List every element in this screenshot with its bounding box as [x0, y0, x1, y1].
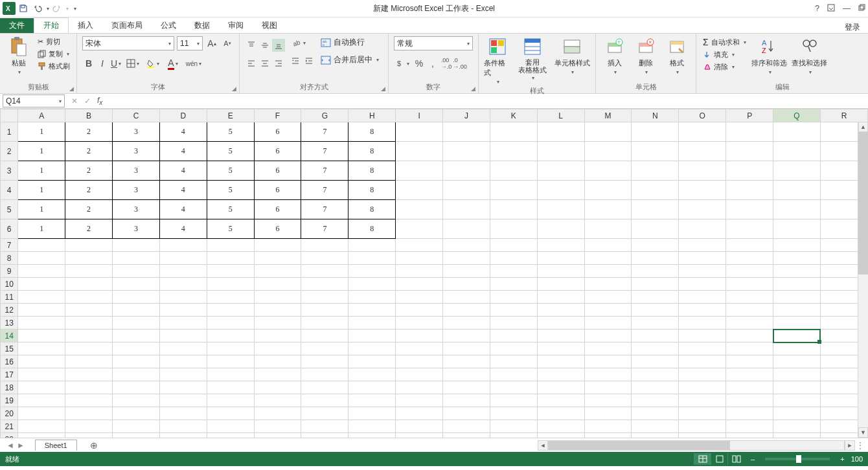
cell-L1[interactable]: [537, 122, 584, 142]
cell-B7[interactable]: [65, 239, 113, 252]
cell-J13[interactable]: [443, 317, 490, 330]
sheet-tab[interactable]: Sheet1: [35, 440, 77, 451]
cell-N17[interactable]: [632, 368, 679, 381]
cell-N14[interactable]: [632, 330, 679, 342]
cell-K4[interactable]: [490, 181, 537, 200]
cell-C5[interactable]: 3: [113, 200, 160, 219]
cell-P5[interactable]: [726, 200, 773, 219]
cell-G21[interactable]: [301, 420, 348, 433]
col-header-N[interactable]: N: [632, 109, 679, 122]
cell-H17[interactable]: [348, 368, 396, 381]
autosum-dropdown-icon[interactable]: ▾: [744, 39, 746, 45]
cell-Q18[interactable]: [773, 381, 821, 394]
cell-M17[interactable]: [584, 368, 632, 381]
cell-I21[interactable]: [396, 420, 443, 433]
cell-E7[interactable]: [207, 239, 254, 252]
cell-M1[interactable]: [584, 122, 632, 142]
cell-G7[interactable]: [301, 239, 348, 252]
col-header-Q[interactable]: Q: [773, 109, 821, 122]
cell-J21[interactable]: [443, 420, 490, 433]
cell-N19[interactable]: [632, 394, 679, 407]
cell-E5[interactable]: 5: [207, 200, 254, 219]
cell-F8[interactable]: [254, 252, 301, 265]
insert-cells-button[interactable]: +插入▾: [601, 36, 628, 75]
cell-I8[interactable]: [396, 252, 443, 265]
col-header-G[interactable]: G: [301, 109, 348, 122]
minimize-icon[interactable]: —: [843, 4, 851, 13]
cell-B21[interactable]: [65, 420, 113, 433]
cell-K12[interactable]: [490, 304, 537, 317]
cell-G20[interactable]: [301, 407, 348, 420]
cell-P16[interactable]: [726, 355, 773, 368]
cell-F13[interactable]: [254, 317, 301, 330]
cell-N22[interactable]: [632, 433, 679, 438]
cell-C15[interactable]: [113, 342, 160, 355]
cell-M4[interactable]: [584, 181, 632, 200]
cell-H14[interactable]: [348, 330, 396, 342]
phonetic-dropdown-icon[interactable]: ▾: [199, 61, 201, 67]
fill-button[interactable]: 填充▾: [702, 49, 748, 60]
cell-D17[interactable]: [159, 368, 207, 381]
cell-K21[interactable]: [490, 420, 537, 433]
cell-Q9[interactable]: [773, 265, 821, 278]
cell-H5[interactable]: 8: [348, 200, 396, 219]
cell-N7[interactable]: [632, 239, 679, 252]
cell-L2[interactable]: [537, 142, 584, 161]
cell-O20[interactable]: [679, 407, 726, 420]
cell-C21[interactable]: [113, 420, 160, 433]
cell-C4[interactable]: 3: [113, 181, 160, 200]
sheet-split-icon[interactable]: ⋮: [856, 441, 864, 450]
cell-L15[interactable]: [537, 342, 584, 355]
tab-home[interactable]: 开始: [34, 17, 69, 33]
vscroll-thumb[interactable]: [858, 132, 868, 274]
cell-B16[interactable]: [65, 355, 113, 368]
cell-P8[interactable]: [726, 252, 773, 265]
cell-K15[interactable]: [490, 342, 537, 355]
cell-F12[interactable]: [254, 304, 301, 317]
decrease-decimal-button[interactable]: .0→.00: [453, 57, 466, 70]
cell-K6[interactable]: [490, 219, 537, 239]
cell-J6[interactable]: [443, 219, 490, 239]
cell-F2[interactable]: 6: [254, 142, 301, 161]
sort-filter-button[interactable]: AZ排序和筛选▾: [751, 36, 788, 75]
cell-J11[interactable]: [443, 291, 490, 304]
cell-C22[interactable]: [113, 433, 160, 438]
cell-P9[interactable]: [726, 265, 773, 278]
cell-K19[interactable]: [490, 394, 537, 407]
cell-F14[interactable]: [254, 330, 301, 342]
cell-E20[interactable]: [207, 407, 254, 420]
cell-E1[interactable]: 5: [207, 122, 254, 142]
cell-D11[interactable]: [159, 291, 207, 304]
cell-J4[interactable]: [443, 181, 490, 200]
font-size-combo[interactable]: 11▾: [177, 36, 203, 50]
cell-G22[interactable]: [301, 433, 348, 438]
cell-Q21[interactable]: [773, 420, 821, 433]
cell-D5[interactable]: 4: [159, 200, 207, 219]
undo-dropdown-icon[interactable]: ▾: [47, 6, 49, 12]
merge-button[interactable]: 合并后居中▾: [319, 54, 380, 66]
col-header-R[interactable]: R: [820, 109, 867, 122]
cell-H11[interactable]: [348, 291, 396, 304]
cell-E13[interactable]: [207, 317, 254, 330]
cell-Q19[interactable]: [773, 394, 821, 407]
cell-Q15[interactable]: [773, 342, 821, 355]
cell-H21[interactable]: [348, 420, 396, 433]
row-header-20[interactable]: 20: [1, 407, 18, 420]
cell-F16[interactable]: [254, 355, 301, 368]
cell-H22[interactable]: [348, 433, 396, 438]
cell-A21[interactable]: [18, 420, 65, 433]
cell-Q4[interactable]: [773, 181, 821, 200]
align-bottom-button[interactable]: [272, 39, 285, 52]
add-sheet-button[interactable]: ⊕: [81, 439, 107, 452]
cell-J10[interactable]: [443, 278, 490, 291]
cell-H9[interactable]: [348, 265, 396, 278]
cell-K9[interactable]: [490, 265, 537, 278]
cell-C7[interactable]: [113, 239, 160, 252]
cell-L9[interactable]: [537, 265, 584, 278]
align-middle-button[interactable]: [258, 39, 271, 52]
row-header-7[interactable]: 7: [1, 239, 18, 252]
cell-E15[interactable]: [207, 342, 254, 355]
cell-D16[interactable]: [159, 355, 207, 368]
font-name-combo[interactable]: 宋体▾: [82, 36, 174, 50]
cell-E4[interactable]: 5: [207, 181, 254, 200]
